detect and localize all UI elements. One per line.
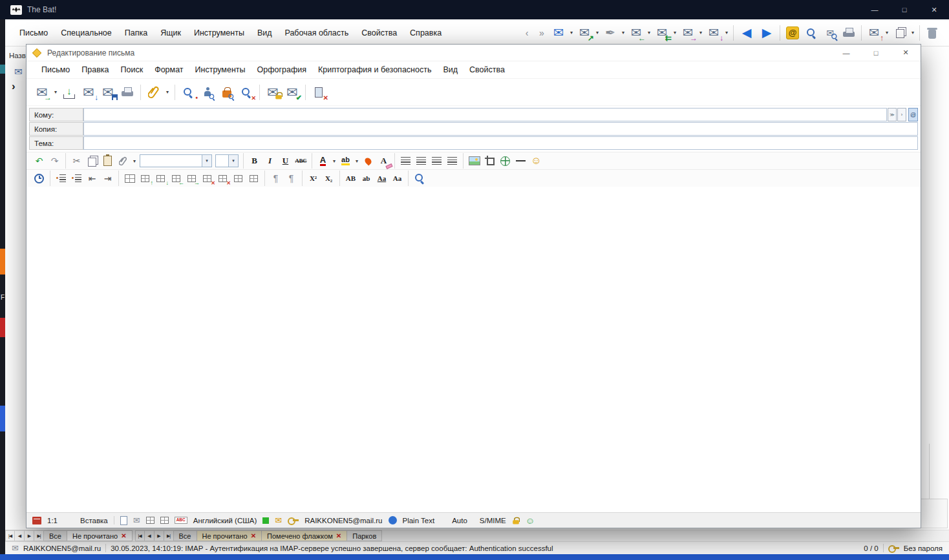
font-color-dropdown[interactable]: ▾: [331, 158, 337, 164]
tab-all[interactable]: Все: [44, 530, 67, 541]
horizontal-rule-button[interactable]: [513, 154, 528, 169]
insert-image-button[interactable]: [467, 154, 482, 169]
insert-link-button[interactable]: [498, 154, 513, 169]
subscript-button[interactable]: X₂: [321, 171, 336, 186]
format-toggle[interactable]: Plain Text: [403, 517, 435, 524]
statusbar-account[interactable]: RAIKKONEN5@mail.ru: [23, 544, 101, 552]
next-recipient-button[interactable]: ›: [897, 108, 906, 121]
formatting-marks-button[interactable]: ¶: [268, 171, 283, 186]
superscript-button[interactable]: X²: [306, 171, 321, 186]
combo-dropdown-icon[interactable]: ▾: [228, 155, 238, 167]
insert-file-dropdown[interactable]: ▾: [131, 158, 138, 164]
find-person-button[interactable]: [198, 83, 217, 101]
table-status-icon[interactable]: [146, 517, 155, 524]
delete-button[interactable]: [923, 24, 941, 42]
table-delete-row-button[interactable]: ✕: [200, 171, 215, 186]
font-size-select[interactable]: ▾: [215, 154, 239, 167]
cc-input[interactable]: [83, 122, 918, 136]
compose-menu-edit[interactable]: Правка: [76, 63, 114, 77]
tabs-first-button[interactable]: |◀: [135, 530, 145, 541]
expand-recipients-button[interactable]: ≫: [888, 108, 897, 121]
compose-menu-search[interactable]: Поиск: [115, 63, 149, 77]
clear-format-button[interactable]: A: [376, 154, 391, 169]
underline-button[interactable]: U: [278, 154, 293, 169]
move-to-folder-dropdown[interactable]: ▾: [884, 30, 890, 36]
italic-button[interactable]: I: [262, 154, 277, 169]
spellcheck-icon[interactable]: ABC: [175, 517, 187, 524]
paste-button[interactable]: [100, 154, 115, 169]
redo-button[interactable]: ↷: [47, 154, 62, 169]
lock-icon[interactable]: [513, 517, 519, 524]
align-center-button[interactable]: [414, 154, 429, 169]
compose-menu-tools[interactable]: Инструменты: [189, 63, 251, 77]
address-book-lookup-button[interactable]: [218, 83, 236, 101]
reply-all-dropdown[interactable]: ▾: [672, 30, 678, 36]
to-label[interactable]: Кому:: [29, 108, 83, 121]
tab-close-icon[interactable]: ✕: [336, 532, 341, 539]
address-check-button[interactable]: •: [179, 83, 197, 101]
reply-quick-button[interactable]: ✉↗: [575, 24, 593, 42]
reply-dropdown[interactable]: ▾: [646, 30, 652, 36]
bold-button[interactable]: B: [247, 154, 262, 169]
reply-button[interactable]: ✉←: [627, 24, 645, 42]
crop-button[interactable]: [482, 154, 497, 169]
forward-dropdown[interactable]: ▾: [698, 30, 704, 36]
search-highlight-button[interactable]: [412, 171, 427, 186]
move-to-folder-button[interactable]: ✉↑: [865, 24, 883, 42]
decrease-indent-button[interactable]: ⇤: [85, 171, 100, 186]
strikethrough-button[interactable]: ABC: [293, 154, 308, 169]
increase-indent-button[interactable]: ⇥: [100, 171, 115, 186]
compose-menu-crypto[interactable]: Криптография и безопасность: [312, 63, 438, 77]
undo-button[interactable]: ↶: [32, 154, 47, 169]
copy-to-folder-button[interactable]: [891, 24, 909, 42]
tab-all[interactable]: Все: [174, 530, 197, 541]
tab-parked[interactable]: Парков: [347, 530, 382, 541]
highlight-dropdown[interactable]: ▾: [354, 158, 360, 164]
message-body-editor[interactable]: [27, 187, 921, 512]
insert-time-button[interactable]: [32, 171, 47, 186]
compose-menu-format[interactable]: Формат: [149, 63, 189, 77]
tabs-first-button[interactable]: |◀: [5, 530, 15, 541]
remove-address-button[interactable]: ✕: [237, 83, 255, 101]
sign-button[interactable]: ✉✔: [283, 83, 301, 101]
uppercase-button[interactable]: AB: [343, 171, 358, 186]
security-toggle[interactable]: S/MIME: [480, 517, 506, 524]
menu-special[interactable]: Специальное: [54, 25, 118, 41]
encrypt-button[interactable]: ✉: [264, 83, 282, 101]
menu-help[interactable]: Справка: [403, 25, 448, 41]
subject-input[interactable]: [83, 136, 918, 150]
reply-quick-dropdown[interactable]: ▾: [594, 30, 601, 36]
font-family-select[interactable]: ▾: [140, 154, 212, 167]
emoticon-button[interactable]: ☺: [529, 154, 544, 169]
compose-close-button[interactable]: ✕: [891, 45, 921, 61]
cc-label[interactable]: Копия:: [29, 122, 83, 136]
search-button[interactable]: [802, 24, 820, 42]
numbered-list-button[interactable]: •: [69, 171, 84, 186]
password-status[interactable]: Без пароля: [904, 544, 943, 552]
compose-dropdown[interactable]: ▾: [568, 30, 575, 36]
redirect-button[interactable]: ✉↓: [705, 24, 723, 42]
compose-maximize-button[interactable]: □: [861, 45, 891, 61]
tab-close-icon[interactable]: ✕: [121, 532, 126, 539]
combo-dropdown-icon[interactable]: ▾: [202, 155, 211, 167]
send-button[interactable]: ✉→: [33, 83, 51, 101]
attach-file-button[interactable]: [145, 83, 163, 101]
compose-menu-view[interactable]: Вид: [437, 63, 464, 77]
highlight-button[interactable]: ab: [338, 154, 353, 169]
forward-button[interactable]: ✉→: [679, 24, 697, 42]
account-envelope-icon[interactable]: ✉: [14, 66, 23, 78]
menu-tools[interactable]: Инструменты: [187, 25, 251, 41]
bullet-list-button[interactable]: •: [54, 171, 69, 186]
menu-message[interactable]: Письмо: [13, 25, 54, 41]
compose-menu-spelling[interactable]: Орфография: [251, 63, 312, 77]
menu-workspace[interactable]: Рабочая область: [279, 25, 356, 41]
tabs-last-button[interactable]: ▶|: [34, 530, 44, 541]
capitalize-button[interactable]: Aa: [390, 171, 405, 186]
tabs-next-button[interactable]: ▶: [155, 530, 164, 541]
taskbar-edge[interactable]: [0, 554, 949, 560]
align-left-button[interactable]: [398, 154, 413, 169]
tabs-last-button[interactable]: ▶|: [164, 530, 174, 541]
template-button[interactable]: ✒: [601, 24, 619, 42]
table-col-left-button[interactable]: ←: [169, 171, 184, 186]
tab-unread[interactable]: Не прочитано✕: [197, 530, 262, 541]
